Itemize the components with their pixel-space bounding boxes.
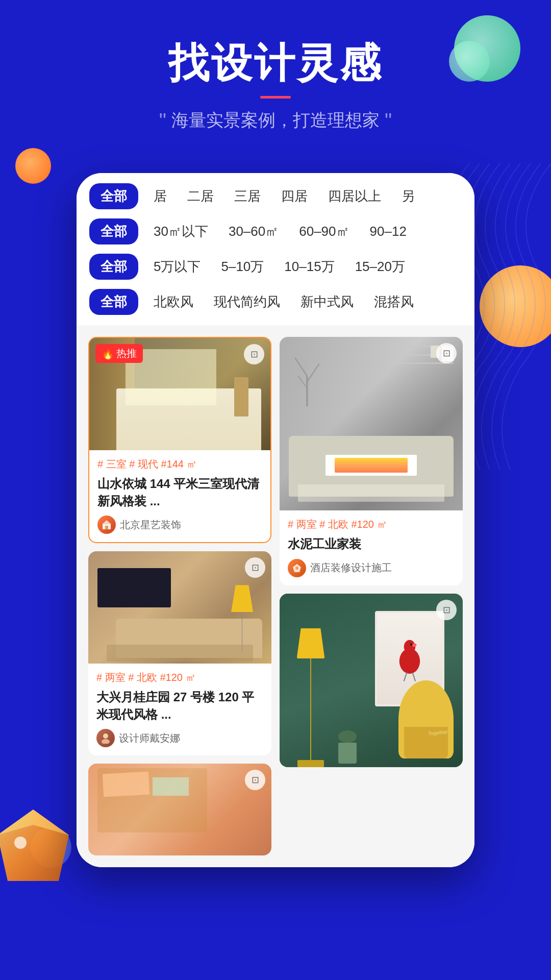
card-title-2: 水泥工业家装 <box>288 535 455 553</box>
svg-line-19 <box>413 673 416 681</box>
author-name-1: 北京星艺装饰 <box>120 518 181 532</box>
phone-mockup: 全部 居 二居 三居 四居 四居以上 另 全部 30㎡以下 30–60㎡ 60–… <box>77 173 474 867</box>
card-image-container: 🔥 热推 ⊡ <box>89 338 270 450</box>
filter-chinese[interactable]: 新中式风 <box>295 289 359 315</box>
author-name-3: 设计师戴安娜 <box>119 731 180 745</box>
save-icon-3: ⊡ <box>252 562 259 573</box>
card-image-container-4: Together ⊡ <box>280 594 463 767</box>
card-image-container-3: ⊡ <box>88 551 271 664</box>
filter-row-budget: 全部 5万以下 5–10万 10–15万 15–20万 <box>89 254 462 280</box>
save-button-card4[interactable]: ⊡ <box>436 600 457 620</box>
card-author-2: 酒店装修设计施工 <box>288 559 455 577</box>
living-modern-image <box>88 551 271 664</box>
hero-section: 找设计灵感 " 海量实景案例，打造理想家 " <box>0 0 551 153</box>
card-title-1: 山水依城 144 平米三室现代清新风格装 ... <box>97 475 262 509</box>
filter-all-style[interactable]: 全部 <box>89 289 138 315</box>
filter-row-room-type: 全部 居 二居 三居 四居 四居以上 另 <box>89 183 462 209</box>
filter-section: 全部 居 二居 三居 四居 四居以上 另 全部 30㎡以下 30–60㎡ 60–… <box>77 173 474 325</box>
card-bedroom[interactable]: 🔥 热推 ⊡ # 三室 # 现代 #144 ㎡ 山水依城 144 平米三室现代清… <box>88 337 271 543</box>
filter-mixed[interactable]: 混搭风 <box>369 289 419 315</box>
card-pink-room[interactable]: ⊡ <box>88 764 271 855</box>
filter-90-120[interactable]: 90–12 <box>365 219 412 243</box>
card-green-room[interactable]: Together ⊡ <box>280 594 463 767</box>
content-grid: 🔥 热推 ⊡ # 三室 # 现代 #144 ㎡ 山水依城 144 平米三室现代清… <box>77 325 474 867</box>
svg-point-8 <box>102 739 110 744</box>
author-avatar-3 <box>96 729 115 747</box>
filter-all-room[interactable]: 全部 <box>89 183 138 209</box>
card-body-bedroom: # 三室 # 现代 #144 ㎡ 山水依城 144 平米三室现代清新风格装 ..… <box>89 450 270 542</box>
save-icon-2: ⊡ <box>443 348 450 359</box>
filter-nordic[interactable]: 北欧风 <box>148 289 198 315</box>
bg-gem <box>0 804 74 888</box>
hero-divider <box>260 96 291 99</box>
filter-sanju[interactable]: 三居 <box>229 183 266 209</box>
filter-all-area[interactable]: 全部 <box>89 218 138 244</box>
card-body-grey-living: # 两室 # 北欧 #120 ㎡ 水泥工业家装 酒店装修设计施工 <box>280 510 463 585</box>
save-icon-5: ⊡ <box>252 774 259 786</box>
person-icon <box>100 732 111 744</box>
card-author-1: 北京星艺装饰 <box>97 516 262 534</box>
filter-10-15w[interactable]: 10–15万 <box>279 254 339 280</box>
svg-line-18 <box>404 673 407 681</box>
grey-living-image <box>280 337 463 510</box>
pink-room-image: ⊡ <box>88 764 271 855</box>
author-avatar-2 <box>288 559 306 577</box>
filter-60-90[interactable]: 60–90㎡ <box>294 218 354 244</box>
svg-rect-6 <box>105 526 108 529</box>
filter-row-area: 全部 30㎡以下 30–60㎡ 60–90㎡ 90–12 <box>89 218 462 244</box>
save-icon: ⊡ <box>251 349 258 360</box>
hot-text: 热推 <box>116 347 137 360</box>
save-button-card3[interactable]: ⊡ <box>245 557 265 578</box>
filter-5w-below[interactable]: 5万以下 <box>148 254 206 280</box>
filter-modern[interactable]: 现代简约风 <box>209 289 285 315</box>
card-living-modern[interactable]: ⊡ # 两室 # 北欧 #120 ㎡ 大兴月桂庄园 27 号楼 120 平米现代… <box>88 551 271 755</box>
svg-point-14 <box>295 567 298 570</box>
card-image-container-5: ⊡ <box>88 764 271 855</box>
phone-screen: 全部 居 二居 三居 四居 四居以上 另 全部 30㎡以下 30–60㎡ 60–… <box>77 173 474 867</box>
hero-subtitle-text: 海量实景案例，打造理想家 <box>171 109 380 132</box>
hero-subtitle: " 海量实景案例，打造理想家 " <box>0 109 551 132</box>
filter-row-style: 全部 北欧风 现代简约风 新中式风 混搭风 <box>89 289 462 315</box>
svg-line-12 <box>298 376 307 388</box>
author-avatar-1 <box>97 516 116 534</box>
save-button-card1[interactable]: ⊡ <box>244 344 264 364</box>
quote-open: " <box>159 110 166 131</box>
filter-siju[interactable]: 四居 <box>276 183 313 209</box>
card-tags-1: # 三室 # 现代 #144 ㎡ <box>97 457 262 471</box>
bg-circle-orange <box>15 148 51 184</box>
filter-15-20w[interactable]: 15–20万 <box>350 254 410 280</box>
filter-siju-above[interactable]: 四居以上 <box>323 183 386 209</box>
card-grey-living[interactable]: ⊡ # 两室 # 北欧 #120 ㎡ 水泥工业家装 <box>280 337 463 585</box>
card-author-3: 设计师戴安娜 <box>96 729 263 747</box>
save-button-card2[interactable]: ⊡ <box>436 343 457 363</box>
fire-icon: 🔥 <box>102 348 114 360</box>
filter-30-60[interactable]: 30–60㎡ <box>223 218 284 244</box>
svg-point-7 <box>103 733 108 739</box>
green-room-image: Together <box>280 594 463 767</box>
filter-30below[interactable]: 30㎡以下 <box>148 218 213 244</box>
filter-erju[interactable]: 二居 <box>182 183 219 209</box>
filter-all-budget[interactable]: 全部 <box>89 254 138 280</box>
svg-point-3 <box>14 837 27 849</box>
svg-line-11 <box>307 364 319 382</box>
svg-line-10 <box>295 358 307 376</box>
card-tags-3: # 两室 # 北欧 #120 ㎡ <box>96 671 263 684</box>
svg-point-16 <box>404 640 415 654</box>
left-column: 🔥 热推 ⊡ # 三室 # 现代 #144 ㎡ 山水依城 144 平米三室现代清… <box>84 333 276 860</box>
filter-5-10w[interactable]: 5–10万 <box>216 254 269 280</box>
company-logo-icon <box>291 562 303 574</box>
card-tags-2: # 两室 # 北欧 #120 ㎡ <box>288 518 455 531</box>
svg-point-17 <box>412 644 416 647</box>
hero-title: 找设计灵感 <box>0 41 551 86</box>
svg-marker-5 <box>102 520 111 524</box>
author-name-2: 酒店装修设计施工 <box>310 561 392 575</box>
company-icon <box>101 519 112 530</box>
filter-more-room[interactable]: 另 <box>396 183 420 209</box>
svg-point-20 <box>410 644 412 646</box>
hot-badge: 🔥 热推 <box>95 344 143 363</box>
card-title-3: 大兴月桂庄园 27 号楼 120 平米现代风格 ... <box>96 689 263 723</box>
card-image-container-2: ⊡ <box>280 337 463 510</box>
quote-close: " <box>385 110 392 131</box>
filter-yiju[interactable]: 居 <box>148 183 172 209</box>
card-body-living-modern: # 两室 # 北欧 #120 ㎡ 大兴月桂庄园 27 号楼 120 平米现代风格… <box>88 664 271 755</box>
